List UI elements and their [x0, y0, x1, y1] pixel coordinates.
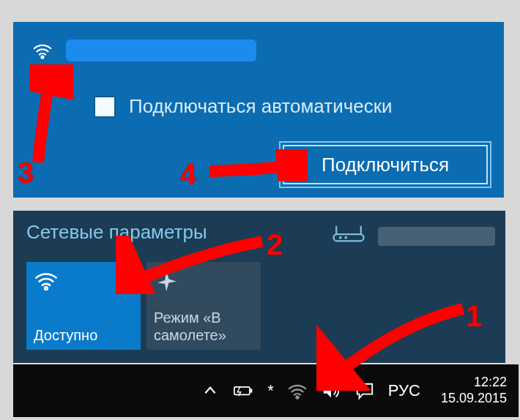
annotation-arrow-1	[316, 303, 470, 391]
svg-point-3	[344, 236, 347, 239]
svg-rect-1	[333, 234, 363, 241]
annotation-arrow-4	[205, 149, 308, 181]
connect-automatically-checkbox[interactable]	[94, 96, 116, 118]
asterisk-icon: *	[267, 381, 274, 400]
annotation-number-4: 4	[180, 158, 196, 191]
router-icon	[328, 224, 369, 249]
annotation-arrow-2	[116, 236, 270, 294]
connect-automatically-label: Подключаться автоматически	[129, 95, 393, 118]
chevron-up-icon[interactable]	[200, 380, 220, 401]
network-tray-icon[interactable]	[287, 380, 308, 401]
network-row[interactable]	[32, 40, 256, 61]
svg-point-2	[339, 236, 342, 239]
connect-automatically-row[interactable]: Подключаться автоматически	[94, 95, 393, 118]
svg-rect-7	[234, 387, 250, 395]
svg-point-6	[45, 287, 48, 290]
clock-date: 15.09.2015	[441, 391, 507, 407]
airplane-tile-label: Режим «В самолете»	[154, 309, 226, 344]
svg-point-9	[296, 397, 298, 399]
connect-button[interactable]: Подключиться	[283, 145, 488, 184]
network-name-redacted	[66, 40, 256, 61]
annotation-number-2: 2	[267, 228, 283, 261]
router-row	[328, 224, 495, 249]
annotation-number-1: 1	[466, 300, 482, 333]
wifi-icon	[34, 268, 59, 296]
svg-rect-8	[250, 389, 253, 392]
annotation-arrow-3	[29, 64, 73, 167]
svg-point-0	[41, 56, 43, 59]
router-name-redacted	[378, 227, 495, 246]
wifi-tile-label: Доступно	[34, 326, 97, 344]
wifi-icon	[32, 40, 53, 61]
annotation-number-3: 3	[18, 157, 34, 190]
connect-button-label: Подключиться	[322, 154, 449, 176]
battery-icon[interactable]	[234, 380, 254, 401]
